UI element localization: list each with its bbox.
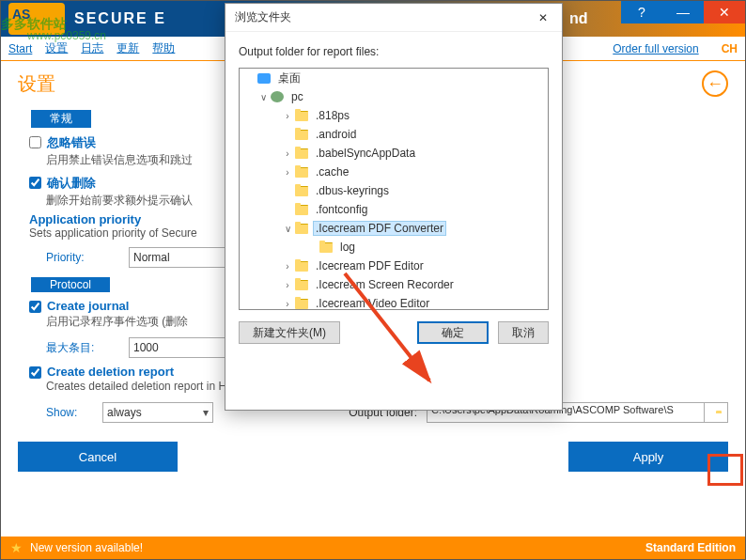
order-full-version-link[interactable]: Order full version	[613, 42, 698, 55]
menu-update[interactable]: 更新	[117, 40, 139, 56]
menu-help[interactable]: 帮助	[152, 40, 175, 56]
folder-icon	[295, 224, 308, 234]
tree-label: .Icecream Video Editor	[313, 297, 432, 310]
priority-select[interactable]: Normal	[129, 247, 240, 268]
tree-label: log	[337, 241, 358, 254]
max-entries-value: 1000	[133, 341, 159, 354]
user-icon	[271, 91, 284, 102]
section-protocol: Protocol	[31, 277, 110, 292]
folder-icon	[295, 148, 308, 159]
status-message: New version available!	[30, 541, 143, 554]
dialog-prompt: Output folder for report files:	[225, 32, 562, 68]
show-select[interactable]: always	[102, 402, 213, 423]
back-button[interactable]: ←	[702, 70, 728, 97]
folder-icon	[295, 261, 308, 272]
language-indicator[interactable]: CH	[722, 42, 738, 55]
dialog-titlebar: 浏览文件夹 ✕	[225, 4, 562, 32]
dialog-cancel-button[interactable]: 取消	[498, 321, 549, 344]
tree-label: pc	[288, 90, 306, 103]
app-title: SECURE E	[74, 10, 166, 27]
folder-icon	[295, 186, 308, 196]
tree-node-icecream-screen-recorder[interactable]: ›.Icecream Screen Recorder	[240, 275, 548, 294]
dialog-close-button[interactable]: ✕	[534, 11, 552, 24]
tree-node-icecream-video-editor[interactable]: ›.Icecream Video Editor	[240, 294, 548, 310]
minimize-button[interactable]: —	[662, 1, 704, 23]
edition-label: Standard Edition	[645, 541, 736, 554]
ok-button[interactable]: 确定	[417, 321, 489, 344]
max-entries-input[interactable]: 1000 ▲▼	[129, 337, 238, 358]
tree-node-cache[interactable]: ›.cache	[240, 163, 548, 181]
dialog-title: 浏览文件夹	[235, 9, 291, 25]
show-label: Show:	[46, 406, 102, 419]
menu-log[interactable]: 日志	[81, 40, 103, 56]
ignore-errors-checkbox[interactable]	[29, 136, 41, 148]
tree-node-fontconfig[interactable]: .fontconfig	[240, 200, 548, 219]
status-bar: ★ New version available! Standard Editio…	[1, 537, 745, 559]
help-button[interactable]: ?	[621, 1, 662, 23]
tree-label: .fontconfig	[313, 203, 370, 216]
tree-label: 桌面	[275, 70, 303, 86]
apply-button[interactable]: Apply	[568, 442, 728, 472]
priority-value: Normal	[133, 251, 170, 264]
close-button[interactable]: ✕	[704, 1, 745, 23]
back-arrow-icon: ←	[707, 74, 723, 94]
window-controls: ? — ✕	[621, 1, 745, 23]
star-icon: ★	[10, 540, 23, 555]
folder-icon	[295, 299, 308, 309]
folder-icon	[295, 280, 308, 290]
max-entries-label: 最大条目:	[46, 340, 114, 356]
watermark-url: www.pc0359.cn	[27, 29, 106, 42]
tree-node-icecream-pdf-editor[interactable]: ›.Icecream PDF Editor	[240, 257, 548, 275]
confirm-delete-label: 确认删除	[47, 175, 96, 192]
create-report-checkbox[interactable]	[29, 366, 41, 379]
create-journal-label: Create journal	[47, 299, 129, 313]
folder-icon	[295, 111, 308, 121]
footer-buttons: Cancel Apply	[1, 436, 745, 477]
tree-label: .Icecream Screen Recorder	[313, 278, 457, 291]
tree-label: .dbus-keyrings	[313, 184, 392, 197]
folder-icon	[295, 205, 308, 215]
new-folder-button[interactable]: 新建文件夹(M)	[239, 321, 340, 344]
tree-node-pc[interactable]: ∨pc	[240, 87, 548, 106]
tree-label: .Icecream PDF Converter	[313, 221, 446, 236]
create-report-label: Create deletion report	[47, 365, 174, 379]
tree-node-desktop[interactable]: 桌面	[240, 69, 548, 87]
tree-label: .android	[313, 128, 359, 141]
folder-icon	[295, 130, 308, 140]
tree-label: .Icecream PDF Editor	[313, 259, 427, 272]
tree-node-dbus[interactable]: .dbus-keyrings	[240, 181, 548, 200]
tree-node-icecream-pdf-converter[interactable]: ∨.Icecream PDF Converter	[240, 219, 548, 238]
menu-start[interactable]: Start	[8, 42, 32, 55]
ignore-errors-label: 忽略错误	[47, 134, 96, 151]
tree-node-android[interactable]: .android	[240, 125, 548, 144]
tree-label: .babelSyncAppData	[313, 147, 418, 160]
cancel-button[interactable]: Cancel	[18, 442, 178, 472]
title-tail: nd	[569, 10, 588, 27]
confirm-delete-checkbox[interactable]	[29, 177, 41, 189]
tree-label: .cache	[313, 165, 351, 179]
menu-settings[interactable]: 设置	[45, 40, 68, 56]
section-general: 常规	[31, 110, 91, 128]
tree-node-babel[interactable]: ›.babelSyncAppData	[240, 144, 548, 163]
dialog-footer: 新建文件夹(M) 确定 取消	[225, 321, 562, 357]
folder-icon	[319, 242, 333, 253]
browse-folder-button[interactable]	[704, 402, 728, 423]
desktop-icon	[257, 73, 271, 84]
create-journal-checkbox[interactable]	[29, 301, 41, 313]
tree-node-818ps[interactable]: ›.818ps	[240, 106, 548, 125]
show-value: always	[107, 406, 142, 419]
browse-folder-dialog: 浏览文件夹 ✕ Output folder for report files: …	[225, 3, 563, 411]
folder-icon	[295, 167, 308, 178]
folder-tree[interactable]: 桌面 ∨pc ›.818ps .android ›.babelSyncAppDa…	[239, 68, 549, 310]
tree-node-log[interactable]: log	[240, 238, 548, 257]
tree-label: .818ps	[313, 109, 352, 122]
priority-label: Priority:	[46, 251, 114, 264]
